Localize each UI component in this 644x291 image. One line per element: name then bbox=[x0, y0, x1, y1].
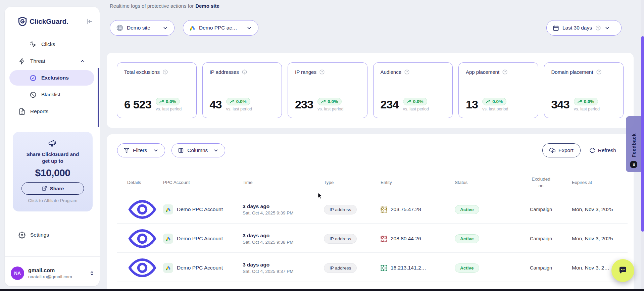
row-ppc-account: Demo PPC Account bbox=[177, 265, 223, 271]
export-button[interactable]: Export bbox=[542, 143, 581, 157]
help-icon[interactable] bbox=[502, 69, 508, 75]
column-header-excluded-on: Excluded on bbox=[521, 176, 561, 189]
exclusions-table: DetailsPPC AccountTimeTypeEntityStatusEx… bbox=[117, 171, 628, 291]
row-type-badge: IP address bbox=[324, 205, 357, 214]
sidebar-item-label: Clicks bbox=[41, 41, 55, 47]
page-scrollbar[interactable] bbox=[641, 36, 644, 232]
sidebar-item-reports[interactable]: Reports bbox=[9, 104, 94, 119]
feedback-tab[interactable]: c: Feedback bbox=[626, 116, 641, 172]
help-icon[interactable] bbox=[242, 69, 247, 75]
chat-launcher-button[interactable] bbox=[611, 259, 634, 282]
crisp-chat-icon: c: bbox=[630, 161, 637, 168]
trend-up-icon bbox=[578, 99, 582, 104]
stats-panel: Total exclusions6 5230.0%vs. last period… bbox=[107, 53, 634, 128]
chevron-down-icon bbox=[246, 25, 252, 31]
export-button-label: Export bbox=[558, 147, 574, 153]
help-icon[interactable] bbox=[404, 69, 410, 75]
chevron-down-icon bbox=[604, 25, 610, 31]
stat-value: 233 bbox=[295, 98, 313, 111]
sidebar-item-label: Blacklist bbox=[41, 92, 60, 98]
funnel-icon bbox=[123, 147, 130, 153]
table-row: Demo PPC Account3 days agoSat, Oct 4, 20… bbox=[117, 253, 628, 282]
table-header-row: DetailsPPC AccountTimeTypeEntityStatusEx… bbox=[117, 171, 628, 194]
filters-button[interactable]: Filters bbox=[117, 143, 165, 157]
chevron-updown-icon bbox=[89, 270, 95, 276]
trend-up-icon bbox=[159, 99, 164, 104]
sidebar-scrollbar[interactable] bbox=[98, 68, 99, 127]
globe-icon bbox=[116, 24, 123, 32]
stat-label: IP ranges bbox=[295, 69, 316, 75]
stat-label: App placement bbox=[466, 69, 499, 75]
column-header-details: Details bbox=[117, 179, 157, 186]
sidebar-item-blacklist[interactable]: Blacklist bbox=[9, 87, 94, 102]
columns-icon bbox=[178, 147, 184, 153]
date-range-value: Last 30 days bbox=[562, 25, 592, 31]
table-toolbar: Filters Columns bbox=[117, 143, 623, 157]
details-eye-icon[interactable] bbox=[127, 194, 157, 225]
sidebar-item-clicks[interactable]: Clicks bbox=[9, 37, 94, 52]
stat-caption: vs. last period bbox=[574, 107, 600, 111]
sidebar-item-exclusions[interactable]: Exclusions bbox=[9, 70, 94, 86]
row-ppc-account: Demo PPC Account bbox=[177, 206, 223, 212]
columns-button-label: Columns bbox=[187, 147, 208, 153]
details-eye-icon[interactable] bbox=[127, 224, 157, 254]
help-icon[interactable] bbox=[595, 25, 601, 31]
trend-up-icon bbox=[230, 99, 235, 104]
page-subtitle: Realtime logs of protective actions for … bbox=[110, 3, 219, 9]
columns-button[interactable]: Columns bbox=[171, 143, 225, 157]
ban-icon bbox=[30, 91, 37, 98]
clickguard-shield-icon bbox=[18, 17, 27, 26]
sidebar-item-label: Reports bbox=[30, 108, 48, 114]
row-time-absolute: Sat, Oct 4, 2025 9:39 PM bbox=[243, 210, 324, 215]
account-switcher[interactable]: NA gmail.com naatali.ro@gmail.com bbox=[11, 262, 95, 284]
help-icon[interactable] bbox=[162, 69, 168, 75]
row-excluded-on: Campaign bbox=[521, 265, 561, 271]
calendar-icon bbox=[553, 25, 559, 31]
promo-text: Share ClickGuard and get up to bbox=[22, 151, 83, 165]
sidebar-collapse-icon[interactable] bbox=[86, 18, 93, 25]
sidebar-item-threat[interactable]: Threat bbox=[9, 53, 94, 69]
row-time-relative: 3 days ago bbox=[243, 233, 324, 239]
row-type-badge: IP address bbox=[324, 234, 357, 244]
row-time-absolute: Sat, Oct 4, 2025 9:37 PM bbox=[243, 269, 324, 274]
stat-card-audience: Audience2340.0%vs. last period bbox=[373, 62, 453, 118]
row-status-badge: Active bbox=[455, 205, 479, 214]
divider bbox=[5, 256, 100, 257]
stat-card-domain-placement: Domain placement3430.0%vs. last period bbox=[544, 62, 624, 118]
sidebar-item-label: Exclusions bbox=[41, 75, 69, 81]
stat-caption: vs. last period bbox=[156, 107, 182, 111]
column-header-ppc-account: PPC Account bbox=[157, 179, 242, 186]
refresh-button[interactable]: Refresh bbox=[589, 147, 616, 153]
stat-delta-badge: 0.0% bbox=[574, 98, 598, 105]
external-link-icon bbox=[42, 186, 47, 191]
ppc-account-selector[interactable]: Demo PPC ac… bbox=[183, 20, 258, 36]
stat-card-ip-addresses: IP addresses430.0%vs. last period bbox=[202, 62, 282, 118]
site-selector[interactable]: Demo site bbox=[110, 20, 175, 36]
stat-label: Domain placement bbox=[551, 69, 593, 75]
lightning-icon bbox=[18, 58, 26, 65]
help-icon[interactable] bbox=[319, 69, 325, 75]
google-ads-icon bbox=[163, 204, 173, 214]
sidebar-item-settings[interactable]: Settings bbox=[9, 227, 94, 243]
affiliate-promo-card[interactable]: Share ClickGuard and get up to $10,000 S… bbox=[13, 132, 93, 211]
column-header-status: Status bbox=[454, 179, 521, 186]
table-row: Demo PPC Account3 days agoSat, Oct 4, 20… bbox=[117, 194, 628, 224]
brand-logo: ClickGuard. bbox=[18, 17, 68, 26]
row-time-relative: 3 days ago bbox=[243, 262, 324, 268]
details-eye-icon[interactable] bbox=[127, 253, 157, 283]
row-excluded-on: Campaign bbox=[521, 236, 561, 241]
stat-value: 13 bbox=[466, 98, 478, 111]
date-range-selector[interactable]: Last 30 days bbox=[546, 20, 622, 36]
chat-bubble-icon bbox=[617, 265, 628, 276]
exclusions-panel: Filters Columns bbox=[107, 134, 634, 291]
share-button[interactable]: Share bbox=[21, 182, 84, 195]
entity-identicon bbox=[381, 206, 387, 213]
stat-label: Audience bbox=[381, 69, 402, 75]
gear-icon bbox=[18, 232, 26, 239]
stat-value: 6 523 bbox=[124, 98, 151, 111]
account-email: naatali.ro@gmail.com bbox=[28, 274, 72, 279]
help-icon[interactable] bbox=[596, 69, 602, 75]
trend-up-icon bbox=[407, 99, 411, 104]
stat-delta-badge: 0.0% bbox=[403, 98, 427, 105]
google-ads-icon bbox=[189, 25, 196, 31]
